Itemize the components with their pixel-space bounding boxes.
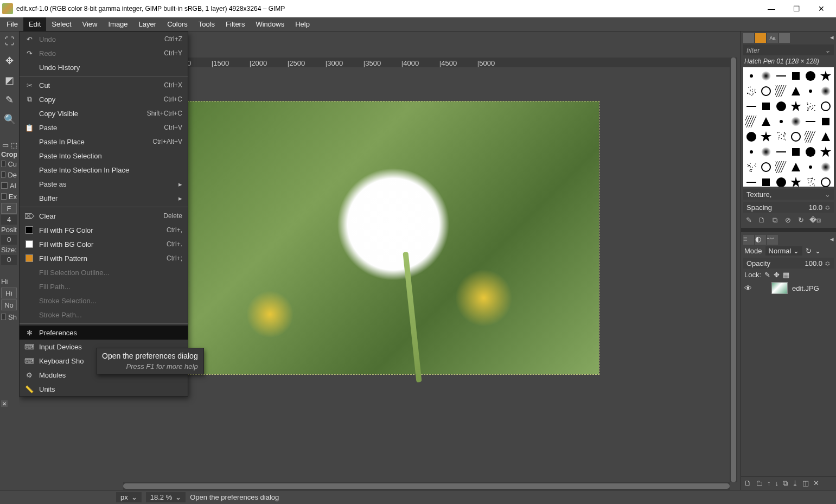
brush-cell[interactable] xyxy=(759,129,773,144)
scrollbar-vertical[interactable] xyxy=(730,58,737,482)
brush-cell[interactable] xyxy=(774,114,788,129)
menu-colors[interactable]: Colors xyxy=(162,17,193,31)
brush-cell[interactable] xyxy=(774,99,788,113)
edit-menu-cut[interactable]: ✂CutCtrl+X xyxy=(20,78,188,92)
layer-name[interactable]: edit.JPG xyxy=(792,284,819,292)
brush-cell[interactable] xyxy=(744,144,758,159)
close-x-icon[interactable]: ✕ xyxy=(1,400,8,407)
lock-alpha-icon[interactable]: ▦ xyxy=(783,271,789,279)
brush-cell[interactable] xyxy=(803,68,818,83)
dock-tab-menu-icon[interactable]: ◂ xyxy=(830,33,834,42)
edit-menu-buffer[interactable]: Buffer▸ xyxy=(20,191,188,205)
menu-filters[interactable]: Filters xyxy=(220,17,250,31)
lock-pixels-icon[interactable]: ✎ xyxy=(764,271,770,279)
status-unit-select[interactable]: px⌄ xyxy=(116,492,142,502)
tool-transform-icon[interactable]: ◩ xyxy=(2,73,17,88)
menu-view[interactable]: View xyxy=(77,17,103,31)
brush-cell[interactable] xyxy=(819,144,833,159)
brush-cell[interactable] xyxy=(744,68,758,83)
open-brush-icon[interactable]: �⧈ xyxy=(809,216,818,225)
brush-cell[interactable] xyxy=(774,84,788,98)
merge-layer-icon[interactable]: ⤓ xyxy=(792,479,798,488)
brush-cell[interactable] xyxy=(789,84,803,98)
opt-row-1[interactable]: De xyxy=(1,169,17,180)
brush-cell[interactable] xyxy=(819,160,833,174)
brush-cell[interactable] xyxy=(774,175,788,187)
brush-cell[interactable] xyxy=(789,99,803,113)
brush-cell[interactable] xyxy=(744,84,758,98)
edit-menu-paste-into-selection-in-place[interactable]: Paste Into Selection In Place xyxy=(20,163,188,177)
edit-menu-undo-history[interactable]: Undo History xyxy=(20,60,188,74)
edit-menu-clear[interactable]: ⌦ClearDelete xyxy=(20,209,188,223)
brush-cell[interactable] xyxy=(759,144,773,159)
brush-cell[interactable] xyxy=(819,175,833,187)
brush-filter-input[interactable]: filter⌄ xyxy=(743,44,834,55)
brush-cell[interactable] xyxy=(803,114,818,129)
edit-menu-units[interactable]: 📏Units xyxy=(20,382,188,396)
dock-tab-3[interactable]: Aa xyxy=(767,33,778,43)
brush-cell[interactable] xyxy=(759,68,773,83)
opt-row-0[interactable]: Cu xyxy=(1,158,17,169)
brush-cell[interactable] xyxy=(759,84,773,98)
opt-row-3[interactable]: Ex xyxy=(1,191,17,202)
opt-no-button[interactable]: No xyxy=(1,299,17,310)
layers-tab-1[interactable]: ≡ xyxy=(743,235,754,245)
raise-layer-icon[interactable]: ↑ xyxy=(767,479,771,488)
dock-tab-4[interactable] xyxy=(779,33,790,43)
layer-row[interactable]: 👁 edit.JPG xyxy=(741,280,836,296)
close-button[interactable]: ✕ xyxy=(809,0,834,17)
brush-cell[interactable] xyxy=(774,129,788,144)
new-brush-icon[interactable]: 🗋 xyxy=(757,216,766,225)
tool-paint-icon[interactable]: ✎ xyxy=(2,92,17,107)
brush-cell[interactable] xyxy=(744,175,758,187)
mask-layer-icon[interactable]: ◫ xyxy=(802,479,809,488)
new-layer-icon[interactable]: 🗋 xyxy=(744,479,751,488)
edit-brush-icon[interactable]: ✎ xyxy=(744,216,753,225)
refresh-brush-icon[interactable]: ↻ xyxy=(796,216,805,225)
layer-mode-select[interactable]: Normal⌄ xyxy=(765,246,803,256)
delete-brush-icon[interactable]: ⊘ xyxy=(783,216,792,225)
opt-num-3[interactable]: 0 xyxy=(1,255,17,265)
brush-cell[interactable] xyxy=(759,99,773,113)
edit-menu-fill-with-bg-color[interactable]: Fill with BG ColorCtrl+. xyxy=(20,237,188,251)
brush-cell[interactable] xyxy=(803,99,818,113)
menu-edit[interactable]: Edit xyxy=(23,17,46,31)
brush-cell[interactable] xyxy=(803,160,818,174)
brush-cell[interactable] xyxy=(774,68,788,83)
menu-windows[interactable]: Windows xyxy=(250,17,290,31)
mode-switch-icon[interactable]: ↻ xyxy=(806,247,812,255)
opt-num-1[interactable]: 4 xyxy=(1,215,17,225)
layers-tab-menu-icon[interactable]: ◂ xyxy=(830,235,834,244)
edit-menu-paste[interactable]: 📋PasteCtrl+V xyxy=(20,120,188,135)
brush-cell[interactable] xyxy=(759,114,773,129)
brush-cell[interactable] xyxy=(819,68,833,83)
scrollbar-horizontal[interactable] xyxy=(123,482,730,490)
brush-cell[interactable] xyxy=(803,175,818,187)
menu-layer[interactable]: Layer xyxy=(133,17,162,31)
duplicate-layer-icon[interactable]: ⧉ xyxy=(783,479,788,488)
brush-cell[interactable] xyxy=(819,114,833,129)
tool-crop-icon[interactable]: ⛶ xyxy=(2,34,17,49)
lower-layer-icon[interactable]: ↓ xyxy=(775,479,779,488)
lock-position-icon[interactable]: ✥ xyxy=(774,271,780,279)
opt-num-2[interactable]: 0 xyxy=(1,235,17,245)
brush-cell[interactable] xyxy=(759,175,773,187)
canvas-image[interactable] xyxy=(187,101,599,375)
minimize-button[interactable]: — xyxy=(759,0,784,17)
brush-cell[interactable] xyxy=(789,175,803,187)
brush-cell[interactable] xyxy=(744,114,758,129)
brush-cell[interactable] xyxy=(759,160,773,174)
edit-menu-paste-as[interactable]: Paste as▸ xyxy=(20,177,188,191)
brush-cell[interactable] xyxy=(789,114,803,129)
brush-cell[interactable] xyxy=(789,129,803,144)
duplicate-brush-icon[interactable]: ⧉ xyxy=(770,216,779,225)
menu-help[interactable]: Help xyxy=(290,17,315,31)
layers-tab-2[interactable]: ◐ xyxy=(755,235,766,245)
dock-tab-2[interactable] xyxy=(755,33,766,43)
status-zoom-select[interactable]: 18.2 %⌄ xyxy=(146,492,186,502)
opt-fixed-button[interactable]: F xyxy=(1,203,17,214)
opt-row-2[interactable]: Al xyxy=(1,180,17,191)
brush-cell[interactable] xyxy=(789,160,803,174)
edit-menu-fill-with-pattern[interactable]: Fill with PatternCtrl+; xyxy=(20,251,188,265)
brush-tag-select[interactable]: Texture,⌄ xyxy=(743,189,834,200)
